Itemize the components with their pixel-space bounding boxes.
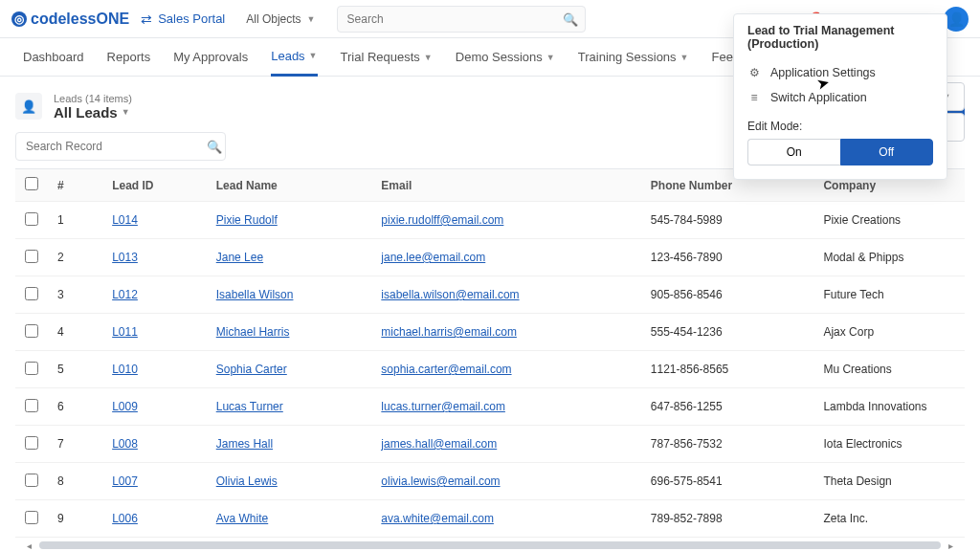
lead-id-link[interactable]: L007	[112, 474, 138, 488]
table-scroll[interactable]: #Lead IDLead NameEmailPhone NumberCompan…	[15, 168, 965, 540]
email-link[interactable]: lucas.turner@email.com	[381, 400, 505, 413]
lead-name-link[interactable]: Lucas Turner	[216, 400, 283, 413]
select-all-checkbox[interactable]	[25, 177, 38, 190]
list-title[interactable]: All Leads ▼	[54, 104, 132, 121]
search-icon: 🔍	[563, 11, 578, 26]
nav-reports[interactable]: Reports	[107, 38, 151, 77]
row-checkbox[interactable]	[25, 250, 38, 263]
cell-index: 7	[48, 426, 102, 463]
lead-id-link[interactable]: L011	[112, 325, 138, 339]
leads-table: #Lead IDLead NameEmailPhone NumberCompan…	[15, 169, 965, 540]
chevron-down-icon: ▼	[680, 53, 689, 62]
table-row: 7L008James Halljames.hall@email.com787-8…	[15, 426, 965, 463]
cell-company: Modal & Phipps	[813, 239, 965, 276]
horizontal-scrollbar[interactable]: ◂▸	[15, 540, 965, 551]
lead-name-link[interactable]: Olivia Lewis	[216, 474, 278, 488]
cell-phone: 1121-856-8565	[641, 351, 814, 388]
lead-id-link[interactable]: L006	[112, 512, 138, 525]
panel-item-icon: ≡	[747, 91, 761, 104]
col-email[interactable]: Email	[371, 169, 641, 202]
brand-icon: ◎	[11, 11, 27, 27]
lead-name-link[interactable]: Michael Harris	[216, 325, 290, 339]
cell-phone: 696-575-8541	[641, 463, 814, 500]
lead-name-link[interactable]: Sophia Carter	[216, 363, 287, 376]
cell-phone: 555-454-1236	[641, 314, 814, 351]
email-link[interactable]: michael.harris@email.com	[381, 325, 517, 339]
table-row: 8L007Olivia Lewisolivia.lewis@email.com6…	[15, 463, 965, 500]
lead-name-link[interactable]: Jane Lee	[216, 251, 263, 264]
row-checkbox[interactable]	[25, 436, 38, 450]
global-search-wrap: 🔍	[337, 6, 586, 33]
cell-index: 6	[48, 388, 102, 426]
panel-item-application-settings[interactable]: ⚙Application Settings	[747, 60, 933, 85]
lead-name-link[interactable]: Pixie Rudolf	[216, 213, 278, 227]
table-row: 6L009Lucas Turnerlucas.turner@email.com6…	[15, 388, 965, 426]
object-label: All Objects	[246, 12, 301, 26]
lead-id-link[interactable]: L010	[112, 363, 138, 376]
search-record-input[interactable]	[15, 132, 226, 161]
lead-name-link[interactable]: Isabella Wilson	[216, 288, 294, 301]
cell-index: 5	[48, 351, 102, 388]
lead-id-link[interactable]: L013	[112, 251, 138, 264]
panel-item-icon: ⚙	[747, 66, 761, 79]
row-checkbox[interactable]	[25, 287, 38, 300]
cell-index: 3	[48, 276, 102, 314]
portal-selector[interactable]: ⇄ Sales Portal	[141, 11, 225, 27]
object-selector[interactable]: All Objects ▼	[236, 7, 324, 32]
lead-id-link[interactable]: L012	[112, 288, 138, 301]
row-checkbox[interactable]	[25, 474, 38, 487]
global-search-input[interactable]	[337, 6, 586, 33]
nav-dashboard[interactable]: Dashboard	[23, 38, 84, 77]
cell-company: Theta Design	[813, 463, 965, 500]
email-link[interactable]: sophia.carter@email.com	[381, 363, 511, 376]
switch-app-icon: ⇄	[141, 11, 152, 27]
email-link[interactable]: james.hall@email.com	[381, 437, 497, 451]
chevron-down-icon: ▼	[309, 51, 318, 60]
panel-item-switch-application[interactable]: ≡Switch Application	[747, 85, 933, 110]
col--[interactable]: #	[48, 169, 102, 202]
edit-mode-off[interactable]: Off	[840, 139, 934, 165]
chevron-down-icon: ▼	[424, 53, 433, 62]
cell-company: Ajax Corp	[813, 314, 965, 351]
search-icon: 🔍	[207, 140, 222, 154]
list-title-text: All Leads	[54, 104, 118, 121]
email-link[interactable]: ava.white@email.com	[381, 512, 494, 525]
cell-company: Future Tech	[813, 276, 965, 314]
col-lead-id[interactable]: Lead ID	[102, 169, 207, 202]
cell-index: 4	[48, 314, 102, 351]
row-checkbox[interactable]	[25, 362, 38, 375]
lead-id-link[interactable]: L014	[112, 213, 138, 227]
lead-name-link[interactable]: James Hall	[216, 437, 273, 451]
row-checkbox[interactable]	[25, 212, 38, 226]
lead-name-link[interactable]: Ava White	[216, 512, 268, 525]
lead-id-link[interactable]: L009	[112, 400, 138, 413]
row-checkbox[interactable]	[25, 511, 38, 524]
table-row: 3L012Isabella Wilsonisabella.wilson@emai…	[15, 276, 965, 314]
email-link[interactable]: olivia.lewis@email.com	[381, 474, 500, 488]
col-lead-name[interactable]: Lead Name	[207, 169, 372, 202]
cell-company: Lambda Innovations	[813, 388, 965, 426]
email-link[interactable]: pixie.rudolff@email.com	[381, 213, 503, 227]
cell-phone: 789-852-7898	[641, 500, 814, 538]
panel-items: ⚙Application Settings≡Switch Application	[747, 60, 933, 110]
row-checkbox[interactable]	[25, 324, 38, 338]
chevron-down-icon: ▼	[307, 14, 316, 24]
brand-logo[interactable]: ◎ codelessONE	[11, 11, 129, 28]
row-checkbox[interactable]	[25, 399, 38, 412]
brand-text: codelessONE	[31, 11, 129, 28]
nav-demo-sessions[interactable]: Demo Sessions▼	[456, 38, 555, 77]
cell-index: 1	[48, 202, 102, 239]
nav-leads[interactable]: Leads▼	[271, 38, 317, 77]
nav-trial-requests[interactable]: Trial Requests▼	[341, 38, 433, 77]
cell-company: Mu Creations	[813, 351, 965, 388]
portal-label: Sales Portal	[158, 11, 225, 26]
table-row: 2L013Jane Leejane.lee@email.com123-456-7…	[15, 239, 965, 276]
edit-mode-label: Edit Mode:	[747, 120, 933, 133]
nav-my-approvals[interactable]: My Approvals	[173, 38, 248, 77]
nav-training-sessions[interactable]: Training Sessions▼	[578, 38, 689, 77]
cell-phone: 545-784-5989	[641, 202, 814, 239]
email-link[interactable]: isabella.wilson@email.com	[381, 288, 519, 301]
lead-id-link[interactable]: L008	[112, 437, 138, 451]
edit-mode-on[interactable]: On	[747, 139, 840, 165]
email-link[interactable]: jane.lee@email.com	[381, 251, 485, 264]
